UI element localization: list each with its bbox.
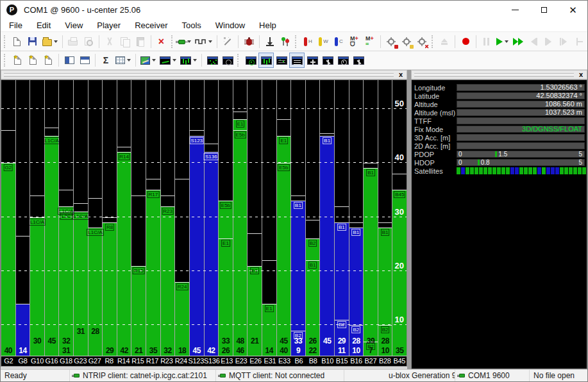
satellite-column-G16: L1C/A45 [45,80,60,356]
toolbar-grip[interactable] [295,35,299,48]
debug-messages-button[interactable] [241,34,256,49]
main-area: x 1020304050G24014L1C/A30L1C/A45L1C/AL2C… [1,70,587,369]
play-logfile-button[interactable] [494,34,510,49]
new-perspective-text-button[interactable]: ★ [40,53,56,68]
toolbar-separator [95,54,96,67]
new-file-button[interactable] [10,34,25,49]
menu-window[interactable]: Window [208,19,252,31]
warm-start-button[interactable]: W [316,34,332,49]
satellite-id-label: R17 [145,356,159,366]
toolbar-grip[interactable] [4,54,8,67]
save-file-button[interactable] [25,34,40,49]
dropdown-arrow-icon[interactable] [193,59,197,62]
auto-config-wand-button[interactable] [220,34,235,49]
watch-window-button[interactable] [305,53,320,68]
messages-window-button[interactable] [320,53,335,68]
open-file-button[interactable] [40,34,60,49]
dropdown-arrow-icon[interactable] [127,59,131,62]
gear-clear-action-button[interactable] [414,34,430,49]
gear-receiver-action-button[interactable] [383,34,399,49]
fast-forward-button[interactable] [510,34,526,49]
menu-tools[interactable]: Tools [174,19,208,31]
signal-label: B1 [337,224,346,231]
histogram-view-button[interactable] [178,53,199,68]
save-receiver-config-button[interactable]: M+ᗜ [347,34,362,49]
satellite-column-E33: E1E5b4540 [277,80,292,356]
data-row-value: 1086.560 m [457,101,585,108]
toolbar-grip[interactable] [171,35,175,48]
menu-receiver[interactable]: Receiver [128,19,174,31]
signal-label: R8 [105,224,114,231]
connection-port-button[interactable] [176,34,193,49]
menu-edit[interactable]: Edit [29,19,58,31]
dropdown-arrow-icon[interactable] [172,59,176,62]
satellite-id-label: R23 [160,356,174,366]
minimize-button[interactable] [501,1,530,19]
statistic-view-button[interactable]: Σ [98,53,113,68]
menu-help[interactable]: Help [252,19,283,31]
satellite-column-G10: L1C/A30 [30,80,45,356]
data-close-icon[interactable]: x [576,71,585,78]
new-perspective-binary-button[interactable]: ★ [25,53,40,68]
dropdown-arrow-icon[interactable] [152,59,156,62]
cno-value: 35 [392,346,407,355]
table-view-button[interactable] [113,53,133,68]
layout-split-vertical-button[interactable] [77,53,92,68]
dropdown-arrow-icon[interactable] [208,40,212,43]
hot-start-button[interactable]: H [301,34,316,49]
dropdown-arrow-icon[interactable] [54,40,58,43]
data-view-window-button[interactable] [289,53,305,68]
signal-bar-R8: R8 [103,222,117,356]
satellite-id-axis: G2G8G10G16G18G23G27R8R14R15R17R23R24S123… [1,356,407,367]
cno-value: 39 [364,336,378,345]
clock-window-button[interactable] [335,53,351,68]
menu-view[interactable]: View [58,19,90,31]
data-row-label: PDOP [414,151,457,158]
disconnect-button[interactable]: × [154,34,169,49]
menu-player[interactable]: Player [90,19,128,31]
satellite-id-label: E33 [277,356,291,366]
satellite-constellation-window-button[interactable] [274,53,289,68]
dropdown-arrow-icon[interactable] [505,40,508,43]
packet-console-window-button[interactable] [351,53,366,68]
sky-view-window-button[interactable] [243,53,258,68]
maximize-button[interactable] [530,1,559,19]
toolbar-grip[interactable] [432,35,435,48]
close-button[interactable]: ✕ [559,1,587,19]
cno-value: 29 [335,336,349,345]
load-receiver-config-button[interactable]: M+= [362,34,378,49]
new-perspective-default-button[interactable]: ★ [10,53,25,68]
data-pane-grip[interactable]: x [411,70,587,79]
compass-window-button[interactable] [220,53,235,68]
signal-bar-S123: S123 [190,136,204,356]
signal-label: E5b [234,131,246,138]
navigation-data-panel: Longitude1.53026563 °Latitude42.50832374… [411,79,587,369]
download-assistnow-button[interactable] [262,34,278,49]
gear-file-action-button[interactable] [399,34,414,49]
cno-value: 40 [1,346,15,355]
baudrate-button[interactable] [193,34,214,49]
chart-pane-grip[interactable]: x [1,70,407,79]
toolbar-grip[interactable] [237,54,241,67]
data-row-label: HDOP [414,159,457,167]
layout-split-horizontal-button[interactable] [62,53,77,68]
satellite-block-used [466,167,469,174]
gauge-min: 0 [458,160,462,166]
record-logfile-button[interactable] [458,34,473,49]
chart-view-button[interactable] [158,53,178,68]
menu-file[interactable]: File [2,19,29,31]
signal-label: L1C/A [87,229,103,236]
status-section-no: No file open [530,370,587,381]
cold-start-button[interactable]: C [332,34,347,49]
chart-close-icon[interactable]: x [396,71,405,78]
configuration-pins-button[interactable] [278,34,293,49]
satellite-id-label: G10 [30,356,44,366]
toolbar-grip[interactable] [4,35,8,48]
status-text: Ready [4,371,27,380]
map-view-button[interactable] [139,53,158,68]
deviation-map-window-button[interactable] [205,53,220,68]
signal-level-window-button[interactable] [258,53,274,68]
data-row-value [457,142,585,149]
cno-value: 28 [349,336,364,345]
signal-label: B1 [294,202,303,209]
